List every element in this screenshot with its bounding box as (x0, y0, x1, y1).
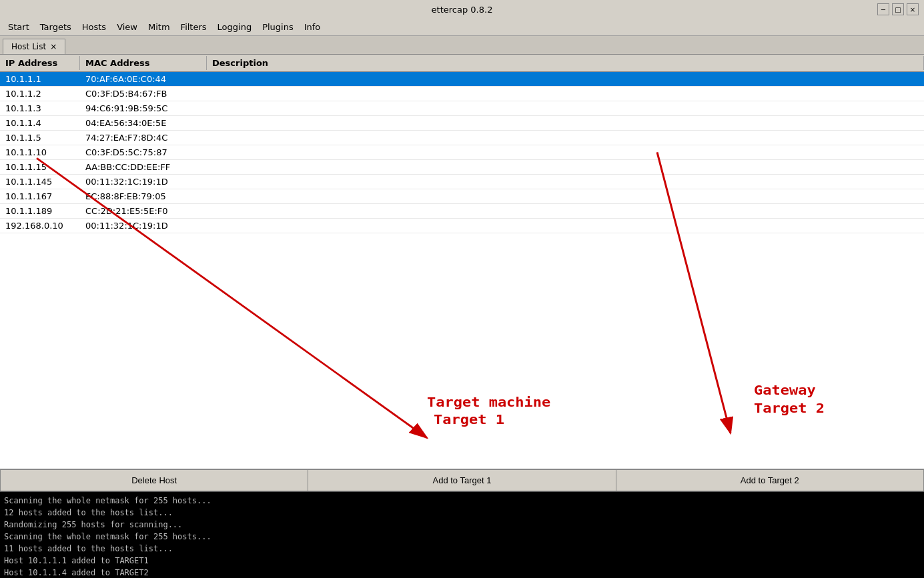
cell-mac: CC:2D:21:E5:5E:F0 (80, 204, 207, 218)
cell-ip: 192.168.0.10 (0, 219, 80, 233)
table-row[interactable]: 10.1.1.15AA:BB:CC:DD:EE:FF (0, 160, 924, 175)
log-line: Randomizing 255 hosts for scanning... (4, 519, 920, 531)
menu-targets[interactable]: Targets (35, 21, 77, 33)
tab-label: Host List (11, 42, 46, 51)
minimize-button[interactable]: − (877, 3, 889, 15)
menu-mitm[interactable]: Mitm (143, 21, 175, 33)
cell-mac: 70:AF:6A:0E:C0:44 (80, 72, 207, 86)
menu-info[interactable]: Info (299, 21, 326, 33)
table-row[interactable]: 10.1.1.170:AF:6A:0E:C0:44 (0, 72, 924, 87)
cell-ip: 10.1.1.2 (0, 87, 80, 101)
cell-ip: 10.1.1.189 (0, 204, 80, 218)
cell-ip: 10.1.1.1 (0, 72, 80, 86)
cell-desc (207, 131, 924, 145)
table-row[interactable]: 10.1.1.2C0:3F:D5:B4:67:FB (0, 87, 924, 101)
log-line: Scanning the whole netmask for 255 hosts… (4, 495, 920, 507)
cell-mac: C0:3F:D5:5C:75:87 (80, 145, 207, 159)
menu-filters[interactable]: Filters (175, 21, 212, 33)
log-area[interactable]: Scanning the whole netmask for 255 hosts… (0, 491, 924, 578)
table-row[interactable]: 10.1.1.10C0:3F:D5:5C:75:87 (0, 145, 924, 160)
cell-ip: 10.1.1.15 (0, 160, 80, 174)
log-line: 12 hosts added to the hosts list... (4, 507, 920, 519)
cell-mac: 74:27:EA:F7:8D:4C (80, 131, 207, 145)
table-row[interactable]: 10.1.1.14500:11:32:1C:19:1D (0, 175, 924, 189)
log-line: Host 10.1.1.1 added to TARGET1 (4, 555, 920, 567)
menu-plugins[interactable]: Plugins (257, 21, 299, 33)
app-title: ettercap 0.8.2 (432, 5, 493, 15)
table-row[interactable]: 10.1.1.189CC:2D:21:E5:5E:F0 (0, 204, 924, 219)
cell-desc (207, 219, 924, 233)
host-list-area: IP Address MAC Address Description 10.1.… (0, 55, 924, 469)
cell-ip: 10.1.1.167 (0, 189, 80, 203)
cell-ip: 10.1.1.3 (0, 101, 80, 115)
cell-mac: AA:BB:CC:DD:EE:FF (80, 160, 207, 174)
table-row[interactable]: 10.1.1.167EC:88:8F:EB:79:05 (0, 189, 924, 204)
cell-mac: C0:3F:D5:B4:67:FB (80, 87, 207, 101)
menu-logging[interactable]: Logging (212, 21, 258, 33)
cell-desc (207, 87, 924, 101)
cell-desc (207, 116, 924, 130)
cell-ip: 10.1.1.145 (0, 175, 80, 189)
add-to-target1-button[interactable]: Add to Target 1 (308, 469, 615, 491)
cell-mac: 04:EA:56:34:0E:5E (80, 116, 207, 130)
table-body: 10.1.1.170:AF:6A:0E:C0:4410.1.1.2C0:3F:D… (0, 72, 924, 467)
cell-desc (207, 204, 924, 218)
cell-desc (207, 160, 924, 174)
tab-bar: Host List × (0, 36, 924, 55)
log-line: Scanning the whole netmask for 255 hosts… (4, 531, 920, 543)
menu-start[interactable]: Start (3, 21, 35, 33)
menu-view[interactable]: View (111, 21, 143, 33)
tab-host-list[interactable]: Host List × (3, 39, 65, 54)
close-button[interactable]: × (907, 3, 919, 15)
cell-desc (207, 72, 924, 86)
col-header-ip: IP Address (0, 56, 80, 70)
col-header-mac: MAC Address (80, 56, 207, 70)
delete-host-button[interactable]: Delete Host (0, 469, 308, 491)
table-row[interactable]: 10.1.1.404:EA:56:34:0E:5E (0, 116, 924, 131)
title-bar: ettercap 0.8.2 − □ × (0, 0, 924, 19)
maximize-button[interactable]: □ (892, 3, 904, 15)
cell-ip: 10.1.1.5 (0, 131, 80, 145)
menu-bar: Start Targets Hosts View Mitm Filters Lo… (0, 19, 924, 36)
cell-mac: 00:11:32:1C:19:1D (80, 175, 207, 189)
cell-mac: 94:C6:91:9B:59:5C (80, 101, 207, 115)
tab-close-icon[interactable]: × (50, 42, 57, 51)
menu-hosts[interactable]: Hosts (77, 21, 111, 33)
main-area: IP Address MAC Address Description 10.1.… (0, 55, 924, 491)
cell-mac: EC:88:8F:EB:79:05 (80, 189, 207, 203)
cell-desc (207, 145, 924, 159)
cell-desc (207, 189, 924, 203)
table-row[interactable]: 10.1.1.394:C6:91:9B:59:5C (0, 101, 924, 116)
cell-desc (207, 101, 924, 115)
button-bar: Delete Host Add to Target 1 Add to Targe… (0, 469, 924, 491)
cell-mac: 00:11:32:1C:19:1D (80, 219, 207, 233)
table-row[interactable]: 192.168.0.1000:11:32:1C:19:1D (0, 219, 924, 233)
cell-ip: 10.1.1.10 (0, 145, 80, 159)
cell-ip: 10.1.1.4 (0, 116, 80, 130)
table-row[interactable]: 10.1.1.574:27:EA:F7:8D:4C (0, 131, 924, 145)
window-controls: − □ × (877, 3, 919, 15)
table-header: IP Address MAC Address Description (0, 55, 924, 72)
log-line: Host 10.1.1.4 added to TARGET2 (4, 567, 920, 578)
log-line: 11 hosts added to the hosts list... (4, 543, 920, 555)
add-to-target2-button[interactable]: Add to Target 2 (616, 469, 924, 491)
cell-desc (207, 175, 924, 189)
col-header-desc: Description (207, 56, 924, 70)
